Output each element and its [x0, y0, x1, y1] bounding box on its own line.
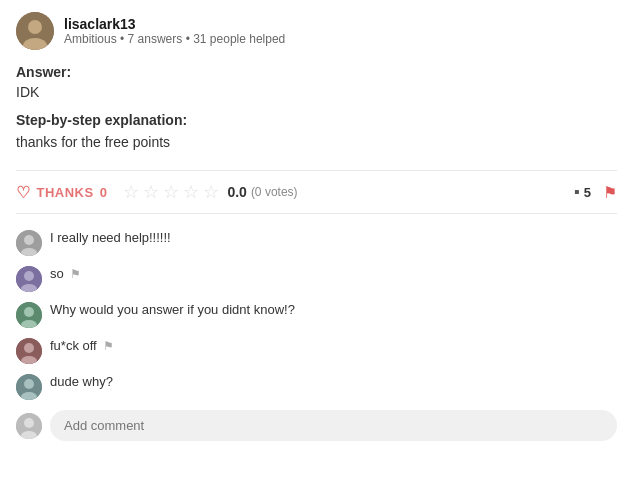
- comment-avatar-5: [16, 374, 42, 400]
- heart-icon: ♡: [16, 183, 31, 202]
- comment-avatar-1: [16, 230, 42, 256]
- stars-section: ☆ ☆ ☆ ☆ ☆ 0.0 (0 votes): [123, 181, 558, 203]
- comment-avatar-3: [16, 302, 42, 328]
- svg-point-10: [24, 307, 34, 317]
- comment-body-2: so ⚑: [50, 266, 81, 281]
- user-avatar: [16, 12, 54, 50]
- star-3[interactable]: ☆: [163, 181, 179, 203]
- add-comment-section: [16, 410, 617, 441]
- thanks-button[interactable]: ♡ THANKS 0: [16, 183, 107, 202]
- comment-icon: ▪️: [574, 183, 580, 201]
- svg-point-4: [24, 235, 34, 245]
- user-header: lisaclark13 Ambitious • 7 answers • 31 p…: [16, 12, 617, 50]
- user-info: lisaclark13 Ambitious • 7 answers • 31 p…: [64, 16, 285, 46]
- comment-text-3: Why would you answer if you didnt know!?: [50, 302, 295, 317]
- answer-label: Answer:: [16, 64, 617, 80]
- star-1[interactable]: ☆: [123, 181, 139, 203]
- comment-body-5: dude why?: [50, 374, 113, 389]
- right-actions: ▪️ 5 ⚑: [574, 183, 617, 202]
- step-label: Step-by-step explanation:: [16, 112, 617, 128]
- comment-text-1: I really need help!!!!!!: [50, 230, 171, 245]
- step-text: thanks for the free points: [16, 134, 617, 150]
- comment-flag-2[interactable]: ⚑: [70, 267, 81, 281]
- svg-point-19: [24, 418, 34, 428]
- comment-item-5: dude why?: [16, 374, 617, 400]
- comment-avatar-2: [16, 266, 42, 292]
- thanks-label: THANKS: [37, 185, 94, 200]
- username: lisaclark13: [64, 16, 285, 32]
- svg-point-16: [24, 379, 34, 389]
- comments-section: I really need help!!!!!! so ⚑ Why would …: [16, 230, 617, 400]
- flag-button[interactable]: ⚑: [603, 183, 617, 202]
- answer-text: IDK: [16, 84, 617, 100]
- comment-text-5: dude why?: [50, 374, 113, 389]
- star-4[interactable]: ☆: [183, 181, 199, 203]
- comment-item: I really need help!!!!!!: [16, 230, 617, 256]
- add-comment-avatar: [16, 413, 42, 439]
- comment-count-button[interactable]: ▪️ 5: [574, 183, 591, 201]
- comment-text-4: fu*ck off: [50, 338, 97, 353]
- comment-text-2: so: [50, 266, 64, 281]
- comment-item-2: so ⚑: [16, 266, 617, 292]
- comment-body-1: I really need help!!!!!!: [50, 230, 171, 245]
- votes-label: (0 votes): [251, 185, 298, 199]
- thanks-count: 0: [100, 185, 108, 200]
- rating-value: 0.0: [227, 184, 246, 200]
- svg-point-7: [24, 271, 34, 281]
- svg-point-13: [24, 343, 34, 353]
- comment-body-4: fu*ck off ⚑: [50, 338, 114, 353]
- actions-bar: ♡ THANKS 0 ☆ ☆ ☆ ☆ ☆ 0.0 (0 votes) ▪️ 5 …: [16, 170, 617, 214]
- user-meta: Ambitious • 7 answers • 31 people helped: [64, 32, 285, 46]
- comment-body-3: Why would you answer if you didnt know!?: [50, 302, 295, 317]
- star-2[interactable]: ☆: [143, 181, 159, 203]
- star-5[interactable]: ☆: [203, 181, 219, 203]
- flag-icon: ⚑: [603, 184, 617, 201]
- svg-point-1: [28, 20, 42, 34]
- comment-avatar-4: [16, 338, 42, 364]
- comment-item-4: fu*ck off ⚑: [16, 338, 617, 364]
- comment-flag-4[interactable]: ⚑: [103, 339, 114, 353]
- comment-item-3: Why would you answer if you didnt know!?: [16, 302, 617, 328]
- comment-count: 5: [584, 185, 591, 200]
- add-comment-input[interactable]: [50, 410, 617, 441]
